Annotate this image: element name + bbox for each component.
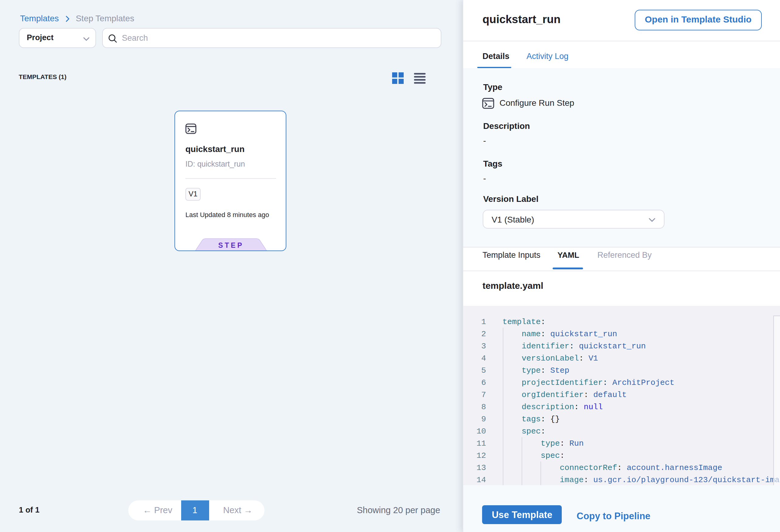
svg-text:STEP: STEP xyxy=(218,241,244,249)
